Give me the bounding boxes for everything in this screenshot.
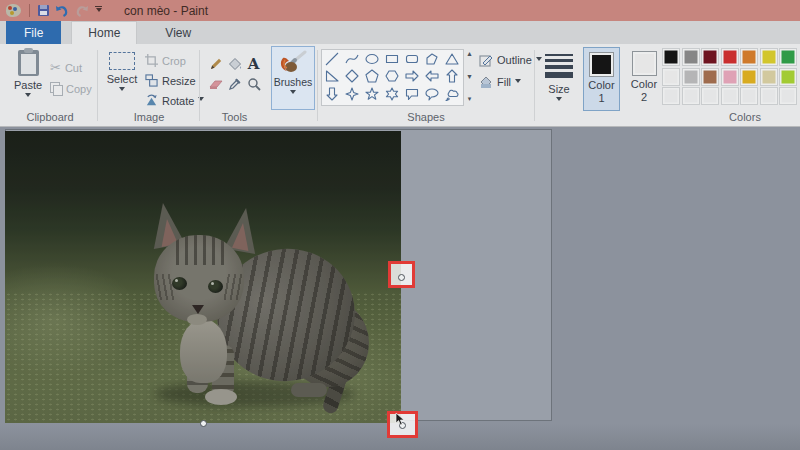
paste-button[interactable]: Paste [10, 50, 46, 100]
palette-swatch[interactable] [662, 48, 680, 66]
divider [29, 4, 30, 17]
undo-icon[interactable] [55, 5, 69, 17]
shape-rounded-callout-icon[interactable] [402, 85, 422, 102]
pencil-icon[interactable] [209, 57, 223, 71]
palette-swatch[interactable] [721, 87, 739, 105]
palette-swatch[interactable] [740, 68, 758, 86]
save-icon[interactable] [38, 5, 49, 16]
mouse-cursor-icon [395, 413, 405, 426]
palette-swatch[interactable] [682, 68, 700, 86]
shape-cloud-callout-icon[interactable] [442, 85, 462, 102]
palette-swatch[interactable] [779, 68, 797, 86]
shape-arrow-left-icon[interactable] [422, 68, 442, 85]
color2-button[interactable]: Color2 [626, 47, 662, 111]
palette-swatch[interactable] [740, 48, 758, 66]
clipboard-group-label: Clipboard [4, 111, 96, 123]
group-shapes: ▲ ▼ ▾ Outline Fill Shapes [319, 44, 533, 126]
palette-swatch[interactable] [701, 68, 719, 86]
canvas-image[interactable] [5, 131, 401, 423]
tab-home[interactable]: Home [71, 21, 137, 44]
palette-swatch[interactable] [760, 87, 778, 105]
tab-file[interactable]: File [6, 21, 61, 44]
palette-swatch[interactable] [779, 87, 797, 105]
group-clipboard: Paste ✂ Cut Copy Clipboard [4, 44, 96, 126]
quick-access-toolbar [0, 4, 102, 17]
shape-five-point-star-icon[interactable] [362, 85, 382, 102]
window-title: con mèo - Paint [124, 4, 208, 18]
palette-swatch[interactable] [779, 48, 797, 66]
shape-arrow-down-icon[interactable] [322, 85, 342, 102]
group-image: Select Crop Resize Rotate Image [99, 44, 199, 126]
tools-group-label: Tools [201, 111, 268, 123]
resize-handle-right-icon[interactable] [398, 274, 405, 281]
palette-swatch[interactable] [662, 68, 680, 86]
select-button[interactable]: Select [103, 52, 141, 94]
shape-oval-callout-icon[interactable] [422, 85, 442, 102]
titlebar: con mèo - Paint [0, 0, 800, 21]
color1-swatch [589, 52, 614, 77]
shape-right-triangle-icon[interactable] [322, 68, 342, 85]
shape-arrow-right-icon[interactable] [402, 68, 422, 85]
copy-icon [50, 82, 62, 95]
brushes-button[interactable]: Brushes [271, 46, 315, 110]
shape-outline-button[interactable]: Outline [479, 53, 542, 67]
palette-swatch[interactable] [740, 87, 758, 105]
resize-handle-bottom-icon[interactable] [200, 420, 207, 427]
rotate-icon [145, 94, 158, 107]
shape-six-point-star-icon[interactable] [382, 85, 402, 102]
shape-fill-button[interactable]: Fill [479, 75, 521, 89]
paint-app-icon[interactable] [6, 4, 21, 17]
color1-button[interactable]: Color1 [583, 47, 620, 111]
shape-line-icon[interactable] [322, 50, 342, 67]
palette-swatch[interactable] [682, 87, 700, 105]
copy-button[interactable]: Copy [50, 82, 92, 95]
eraser-icon[interactable] [209, 77, 223, 91]
redo-icon[interactable] [75, 5, 89, 17]
resize-button[interactable]: Resize [145, 74, 196, 87]
shape-rounded-rectangle-icon[interactable] [402, 50, 422, 67]
shape-oval-icon[interactable] [362, 50, 382, 67]
shape-triangle-icon[interactable] [442, 50, 462, 67]
crop-icon [145, 54, 158, 67]
ribbon: Paste ✂ Cut Copy Clipboard Select Crop R… [0, 44, 800, 127]
shape-curve-icon[interactable] [342, 50, 362, 67]
palette-swatch[interactable] [701, 48, 719, 66]
palette-swatch[interactable] [721, 48, 739, 66]
select-icon [109, 52, 135, 70]
brush-icon [279, 50, 307, 76]
rotate-button[interactable]: Rotate [145, 94, 204, 107]
palette-swatch[interactable] [760, 68, 778, 86]
tab-view[interactable]: View [149, 21, 207, 44]
fill-icon[interactable] [228, 57, 242, 71]
palette-swatch[interactable] [682, 48, 700, 66]
palette-swatch[interactable] [760, 48, 778, 66]
color2-swatch [632, 51, 657, 76]
color-picker-icon[interactable] [228, 77, 242, 91]
crop-button[interactable]: Crop [145, 54, 186, 67]
paste-icon [18, 50, 39, 76]
shape-four-point-star-icon[interactable] [342, 85, 362, 102]
shapes-scroll-down-icon[interactable]: ▼ [466, 74, 473, 80]
resize-icon [145, 74, 158, 87]
magnifier-icon[interactable] [247, 77, 261, 91]
shape-fill-icon [479, 75, 493, 89]
shapes-grid [321, 49, 464, 106]
text-tool-icon[interactable]: A [248, 57, 260, 71]
cut-icon: ✂ [50, 60, 61, 75]
shapes-scroll-up-icon[interactable]: ▲ [466, 51, 473, 57]
palette-swatch[interactable] [721, 68, 739, 86]
shape-arrow-up-icon[interactable] [442, 68, 462, 85]
group-size: Size [538, 44, 580, 126]
shape-polygon-icon[interactable] [422, 50, 442, 67]
size-button[interactable]: Size [540, 50, 578, 104]
shape-diamond-icon[interactable] [342, 68, 362, 85]
palette-swatch[interactable] [662, 87, 680, 105]
cut-button[interactable]: ✂ Cut [50, 60, 82, 75]
shapes-more-icon[interactable]: ▾ [468, 96, 472, 102]
customize-quick-access-icon[interactable] [95, 6, 102, 16]
shape-rectangle-icon[interactable] [382, 50, 402, 67]
shape-pentagon-icon[interactable] [362, 68, 382, 85]
shapes-group-label: Shapes [319, 111, 533, 123]
palette-swatch[interactable] [701, 87, 719, 105]
shape-hexagon-icon[interactable] [382, 68, 402, 85]
